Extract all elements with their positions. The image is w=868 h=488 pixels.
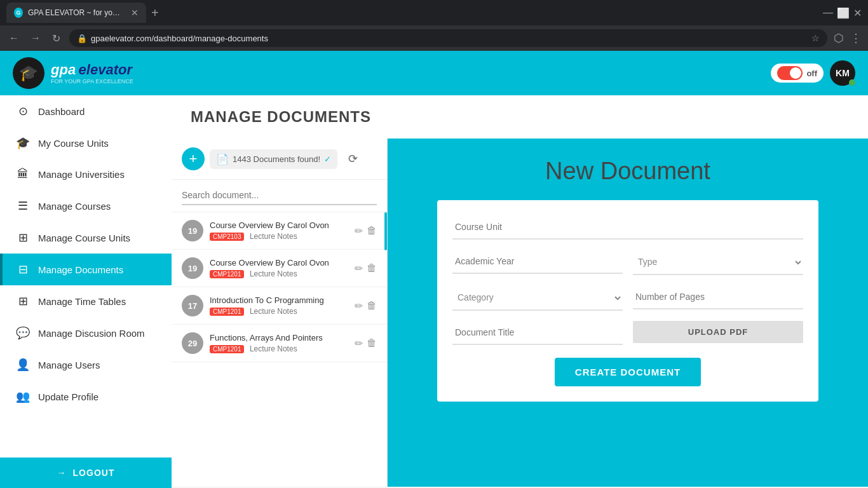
tab-close-icon[interactable]: ✕ <box>131 8 139 18</box>
docs-count-badge[interactable]: 📄 1443 Documents found! ✓ <box>210 149 337 169</box>
sidebar-item-my-course-units[interactable]: 🎓 My Course Units <box>0 127 172 159</box>
document-list-item: 17 Introduction To C Programming CMP1201… <box>172 287 387 325</box>
academic-year-input[interactable] <box>452 250 623 274</box>
edit-document-button[interactable]: ✏ <box>355 300 363 312</box>
sidebar-icon-manage-time-tables: ⊞ <box>15 294 31 308</box>
page-header: MANAGE DOCUMENTS <box>172 95 868 139</box>
toggle-label: off <box>806 69 817 78</box>
browser-controls: — ⬜ ✕ <box>823 7 862 19</box>
doc-number: 29 <box>182 332 203 354</box>
back-button[interactable]: ← <box>6 30 22 46</box>
edit-document-button[interactable]: ✏ <box>355 262 363 274</box>
sidebar-icon-my-course-units: 🎓 <box>15 136 31 150</box>
extensions-icon[interactable]: ⬡ <box>834 31 844 45</box>
sidebar-label-manage-course-units: Manage Course Units <box>38 233 130 243</box>
browser-chrome: G GPA ELEVATOR ~ for your excelle ✕ + — … <box>0 0 868 25</box>
logout-label: LOGOUT <box>73 468 115 478</box>
delete-document-button[interactable]: 🗑 <box>367 337 377 349</box>
logo-elevator: elevator <box>79 62 132 78</box>
menu-icon[interactable]: ⋮ <box>850 31 862 45</box>
maximize-icon[interactable]: ⬜ <box>837 7 850 19</box>
sidebar-item-manage-courses[interactable]: ☰ Manage Courses <box>0 190 172 222</box>
new-tab-button[interactable]: + <box>151 6 159 20</box>
academic-type-row: Type <box>452 250 803 275</box>
title-upload-row: UPLOAD PDF <box>452 321 803 345</box>
sidebar-item-update-profile[interactable]: 👥 Update Profile <box>0 381 172 412</box>
doc-title: Course Overview By Carol Ovon <box>210 258 348 268</box>
doc-type: Lecture Notes <box>250 232 297 241</box>
category-select[interactable]: Category <box>452 285 623 311</box>
sidebar-label-manage-documents: Manage Documents <box>38 264 123 275</box>
header-right: off KM <box>771 60 855 86</box>
logout-button[interactable]: → LOGOUT <box>0 458 172 488</box>
sidebar-icon-manage-course-units: ⊞ <box>15 231 31 245</box>
logo-icon: 🎓 <box>13 57 44 89</box>
sidebar-icon-update-profile: 👥 <box>15 390 31 403</box>
number-of-pages-input[interactable] <box>633 285 803 309</box>
doc-number: 19 <box>182 257 203 279</box>
sidebar-item-manage-universities[interactable]: 🏛 Manage Universities <box>0 159 172 190</box>
reload-button[interactable]: ↻ <box>50 30 63 47</box>
category-pages-row: Category <box>452 285 803 311</box>
sidebar-item-manage-time-tables[interactable]: ⊞ Manage Time Tables <box>0 285 172 317</box>
doc-actions: ✏ 🗑 <box>355 337 377 349</box>
url-text: gpaelevator.com/dashboard/manage-documen… <box>91 34 268 43</box>
toggle-container[interactable]: off <box>771 64 824 83</box>
search-input-wrap <box>172 180 387 212</box>
logout-icon: → <box>57 468 67 478</box>
doc-title: Functions, Arrays And Pointers <box>210 333 348 342</box>
document-title-input[interactable] <box>452 321 623 345</box>
sidebar-label-manage-time-tables: Manage Time Tables <box>38 296 126 307</box>
docs-toolbar: + 📄 1443 Documents found! ✓ ⟳ <box>172 139 387 180</box>
upload-pdf-button[interactable]: UPLOAD PDF <box>633 321 803 343</box>
doc-meta: CMP1201 Lecture Notes <box>210 305 348 316</box>
check-icon: ✓ <box>324 154 331 164</box>
avatar-button[interactable]: KM <box>830 60 855 86</box>
bookmark-icon[interactable]: ☆ <box>811 33 820 43</box>
delete-document-button[interactable]: 🗑 <box>367 262 377 274</box>
minimize-icon[interactable]: — <box>823 7 833 18</box>
course-unit-input[interactable] <box>452 215 803 240</box>
sidebar-item-manage-users[interactable]: 👤 Manage Users <box>0 349 172 381</box>
category-col: Category <box>452 285 623 311</box>
doc-type: Lecture Notes <box>250 344 297 353</box>
doc-tag: CMP1201 <box>210 345 244 353</box>
doc-info: Functions, Arrays And Pointers CMP1201 L… <box>210 333 348 354</box>
sidebar-item-manage-discussion-room[interactable]: 💬 Manage Discusion Room <box>0 317 172 349</box>
tab-title: GPA ELEVATOR ~ for your excelle <box>28 8 123 17</box>
sidebar-item-dashboard[interactable]: ⊙ Dashboard <box>0 95 172 127</box>
address-bar-row: ← → ↻ 🔒 gpaelevator.com/dashboard/manage… <box>0 25 868 51</box>
logo-text: gpa elevator FOR YOUR GPA EXCELLENCE <box>51 62 133 85</box>
delete-document-button[interactable]: 🗑 <box>367 300 377 312</box>
sidebar-item-manage-course-units[interactable]: ⊞ Manage Course Units <box>0 222 172 254</box>
sidebar-icon-manage-users: 👤 <box>15 358 31 372</box>
academic-year-col <box>452 250 623 275</box>
doc-tag: CMP2103 <box>210 233 244 241</box>
toggle-switch[interactable] <box>777 66 803 80</box>
edit-document-button[interactable]: ✏ <box>355 337 363 349</box>
type-select[interactable]: Type <box>633 250 803 275</box>
doc-tag: CMP1201 <box>210 270 244 278</box>
browser-tab[interactable]: G GPA ELEVATOR ~ for your excelle ✕ <box>6 3 146 23</box>
doc-number: 17 <box>182 295 203 316</box>
forward-button[interactable]: → <box>28 30 43 46</box>
add-document-button[interactable]: + <box>182 147 205 170</box>
edit-document-button[interactable]: ✏ <box>355 225 363 237</box>
create-document-button[interactable]: CREATE DOCUMENT <box>555 358 701 386</box>
doc-title-col <box>452 321 623 345</box>
doc-meta: CMP2103 Lecture Notes <box>210 230 348 241</box>
sidebar-item-manage-documents[interactable]: ⊟ Manage Documents <box>0 254 172 285</box>
doc-actions: ✏ 🗑 <box>355 225 377 237</box>
address-bar[interactable]: 🔒 gpaelevator.com/dashboard/manage-docum… <box>69 29 827 47</box>
sidebar-label-update-profile: Update Profile <box>38 391 98 402</box>
delete-document-button[interactable]: 🗑 <box>367 225 377 237</box>
sidebar-label-manage-courses: Manage Courses <box>38 201 111 212</box>
type-col: Type <box>633 250 803 275</box>
close-icon[interactable]: ✕ <box>853 7 862 19</box>
lock-icon: 🔒 <box>77 34 87 43</box>
search-input[interactable] <box>182 186 377 205</box>
document-icon: 📄 <box>216 153 229 165</box>
refresh-button[interactable]: ⟳ <box>342 149 363 169</box>
sidebar-label-manage-universities: Manage Universities <box>38 169 125 180</box>
logo-gpa: gpa <box>51 62 76 78</box>
